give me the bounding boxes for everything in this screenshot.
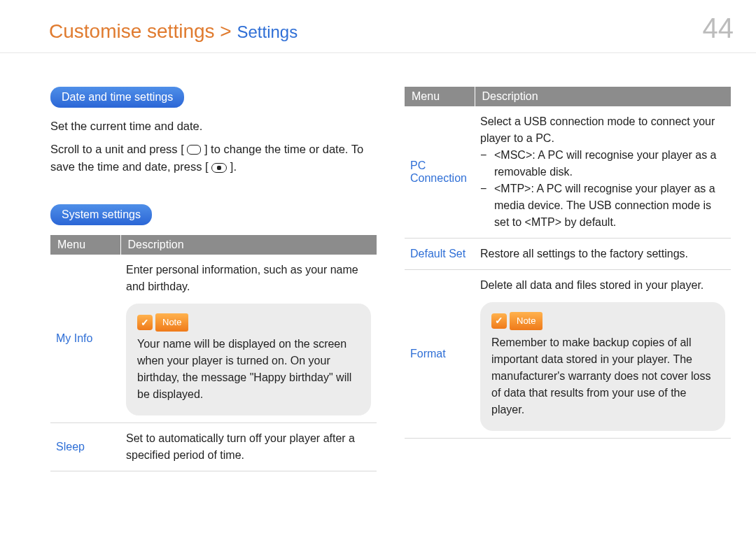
breadcrumb: Customise settings > Settings (49, 20, 298, 43)
note-label: Note (510, 312, 542, 330)
section-title-datetime: Date and time settings (50, 87, 184, 108)
bullet-text: <MSC>: A PC will recognise your player a… (494, 147, 725, 180)
content-columns: Date and time settings Set the current t… (0, 53, 756, 471)
datetime-desc-2: Scroll to a unit and press [ ] to change… (50, 141, 377, 176)
menu-name-defaultset: Default Set (405, 239, 475, 270)
menu-name-format: Format (405, 270, 475, 439)
desc-sleep: Set to automatically turn off your playe… (120, 422, 377, 471)
section-title-system: System settings (50, 204, 152, 225)
note-header: ✓ Note (491, 312, 714, 330)
th-menu: Menu (405, 87, 475, 106)
bullet-text: <MTP>: A PC will recognise your player a… (494, 180, 725, 231)
desc-pcconn: Select a USB connection mode to connect … (475, 106, 731, 239)
menu-name-sleep: Sleep (50, 422, 120, 471)
check-icon: ✓ (137, 315, 153, 330)
desc-text: Enter personal information, such as your… (126, 262, 371, 295)
desc-format: Delete all data and files stored in your… (475, 270, 731, 439)
page-number: 44 (703, 13, 740, 44)
desc-myinfo: Enter personal information, such as your… (120, 255, 377, 422)
note-box: ✓ Note Your name will be displayed on th… (126, 304, 371, 415)
breadcrumb-sep: > (220, 20, 231, 42)
datetime-desc-1: Set the current time and date. (50, 118, 377, 135)
text-frag: Scroll to a unit and press [ (50, 143, 184, 155)
breadcrumb-sub: Settings (237, 22, 298, 41)
note-body: Your name will be displayed on the scree… (137, 336, 360, 403)
desc-text: Select a USB connection mode to connect … (480, 113, 725, 147)
text-frag: ]. (230, 160, 237, 173)
table-row: My Info Enter personal information, such… (50, 255, 377, 422)
bullet-item: − <MTP>: A PC will recognise your player… (480, 180, 725, 231)
dash-icon: − (480, 180, 489, 231)
th-description: Description (120, 235, 377, 255)
menu-name-pcconn: PC Connection (405, 106, 475, 239)
dash-icon: − (480, 147, 489, 180)
menu-name-myinfo: My Info (50, 255, 120, 422)
system-settings-table: Menu Description My Info Enter personal … (50, 235, 377, 471)
table-row: PC Connection Select a USB connection mo… (405, 106, 731, 239)
desc-defaultset: Restore all settings to the factory sett… (475, 239, 731, 270)
bullet-item: − <MSC>: A PC will recognise your player… (480, 147, 725, 180)
table-row: Format Delete all data and files stored … (405, 270, 731, 439)
table-row: Default Set Restore all settings to the … (405, 239, 731, 270)
th-description: Description (475, 87, 731, 106)
desc-text: Delete all data and files stored in your… (480, 277, 725, 294)
left-column: Date and time settings Set the current t… (50, 87, 377, 471)
th-menu: Menu (50, 235, 120, 255)
system-settings-table-right: Menu Description PC Connection Select a … (405, 87, 731, 439)
right-column: Menu Description PC Connection Select a … (405, 87, 731, 471)
note-header: ✓ Note (137, 313, 360, 332)
select-button-icon (211, 163, 227, 173)
note-body: Remember to make backup copies of all im… (491, 334, 714, 418)
direction-button-icon (187, 145, 201, 155)
page-header: Customise settings > Settings 44 (0, 0, 756, 53)
table-row: Sleep Set to automatically turn off your… (50, 422, 377, 471)
breadcrumb-main: Customise settings (49, 20, 215, 42)
check-icon: ✓ (491, 313, 507, 329)
note-box: ✓ Note Remember to make backup copies of… (480, 302, 725, 431)
note-label: Note (155, 313, 188, 332)
